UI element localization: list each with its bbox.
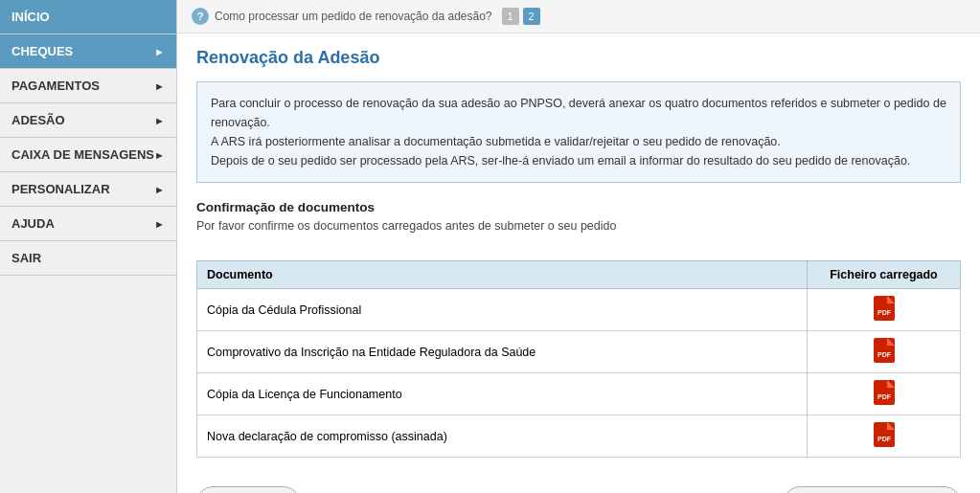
sidebar-item-pagamentos[interactable]: PAGAMENTOS ► [0,69,176,103]
col-header-ficheiro: Ficheiro carregado [808,261,961,289]
main-content: ? Como processar um pedido de renovação … [177,0,980,493]
sidebar-item-label: SAIR [11,251,41,265]
step-2[interactable]: 2 [523,8,540,25]
sidebar-item-adesao[interactable]: ADESÃO ► [0,103,176,138]
help-icon[interactable]: ? [192,8,209,25]
sidebar-item-label: ADESÃO [11,113,65,127]
svg-rect-0 [874,296,895,321]
section-title: Confirmação de documentos [196,200,961,214]
svg-rect-6 [874,380,895,405]
documents-table: Documento Ficheiro carregado Cópia da Cé… [196,260,961,458]
breadcrumb-text: Como processar um pedido de renovação da… [215,10,492,23]
svg-text:PDF: PDF [877,393,892,400]
chevron-right-icon: ► [154,46,165,57]
section-subtitle: Por favor confirme os documentos carrega… [196,219,961,233]
pdf-file-icon: PDF [874,380,895,405]
svg-text:PDF: PDF [877,436,892,442]
chevron-right-icon: ► [154,80,165,92]
page-title: Renovação da Adesão [196,48,961,68]
table-row: Nova declaração de compromisso (assinada… [197,415,961,458]
pdf-file-icon: PDF [874,296,895,321]
doc-name: Comprovativo da Inscrição na Entidade Re… [197,331,808,373]
breadcrumb-steps: 1 2 [502,8,540,25]
doc-name: Cópia da Cédula Profissional [197,289,808,331]
doc-name: Cópia da Licença de Funcionamento [197,373,808,415]
col-header-documento: Documento [197,261,808,289]
sidebar: INÍCIO CHEQUES ► PAGAMENTOS ► ADESÃO ► C… [0,0,177,493]
sidebar-item-label: CHEQUES [11,44,73,58]
info-box: Para concluir o processo de renovação da… [196,81,961,183]
table-row: Cópia da Cédula ProfissionalPDF [197,289,961,331]
documents-table-wrapper: Documento Ficheiro carregado Cópia da Cé… [177,260,980,458]
breadcrumb-bar: ? Como processar um pedido de renovação … [177,0,980,34]
sidebar-item-inicio[interactable]: INÍCIO [0,0,176,34]
file-cell: PDF [808,415,961,458]
sidebar-item-label: CAIXA DE MENSAGENS [11,147,154,162]
sidebar-item-label: PERSONALIZAR [11,182,110,196]
submeter-button[interactable]: SUBMETER PEDIDO ▶ [784,486,961,493]
file-cell: PDF [808,289,961,331]
info-text-1: Para concluir o processo de renovação da… [211,94,946,132]
pdf-file-icon: PDF [874,422,895,447]
footer-buttons: ◀ VOLTAR SUBMETER PEDIDO ▶ [177,477,980,493]
chevron-right-icon: ► [154,115,165,126]
svg-rect-9 [874,422,895,447]
svg-text:PDF: PDF [877,351,892,358]
sidebar-item-label: PAGAMENTOS [11,78,100,93]
voltar-button[interactable]: ◀ VOLTAR [196,486,300,493]
sidebar-item-sair[interactable]: SAIR [0,241,176,276]
sidebar-item-ajuda[interactable]: AJUDA ► [0,207,176,241]
sidebar-item-caixa-mensagens[interactable]: CAIXA DE MENSAGENS ► [0,138,176,172]
svg-rect-3 [874,338,895,363]
svg-text:PDF: PDF [877,309,892,316]
doc-name: Nova declaração de compromisso (assinada… [197,415,808,458]
sidebar-item-label: INÍCIO [11,10,50,24]
file-cell: PDF [808,331,961,373]
file-cell: PDF [808,373,961,415]
chevron-right-icon: ► [154,218,165,230]
sidebar-item-label: AJUDA [11,216,55,231]
chevron-right-icon: ► [154,149,165,161]
table-row: Comprovativo da Inscrição na Entidade Re… [197,331,961,373]
chevron-right-icon: ► [154,184,165,195]
table-row: Cópia da Licença de FuncionamentoPDF [197,373,961,415]
step-1[interactable]: 1 [502,8,519,25]
page-content: Renovação da Adesão Para concluir o proc… [177,34,980,260]
info-text-3: Depois de o seu pedido ser processado pe… [211,151,946,170]
pdf-file-icon: PDF [874,338,895,363]
sidebar-item-personalizar[interactable]: PERSONALIZAR ► [0,172,176,207]
info-text-2: A ARS irá posteriormente analisar a docu… [211,132,946,151]
sidebar-item-cheques[interactable]: CHEQUES ► [0,34,176,69]
